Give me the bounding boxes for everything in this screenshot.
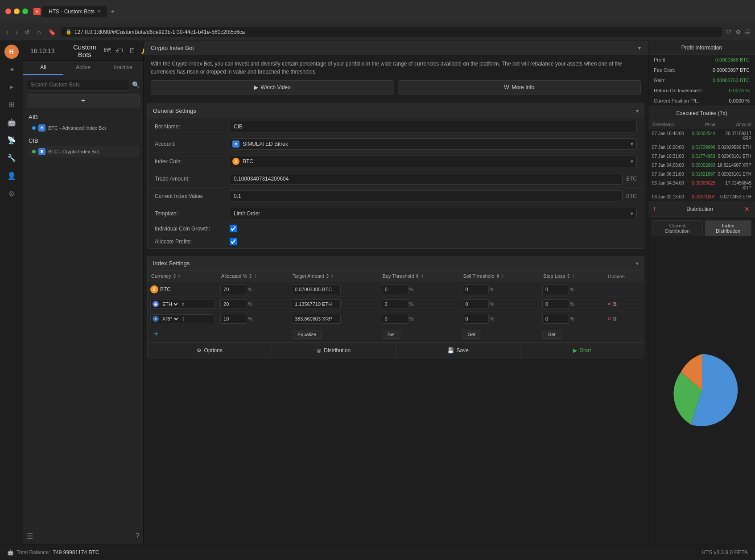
tab-close-button[interactable]: ✕ <box>97 9 101 14</box>
eth-allocated-input[interactable] <box>220 299 247 309</box>
trade-amount-input[interactable] <box>230 173 623 185</box>
distribution-button[interactable]: ◎ Distribution <box>272 343 396 358</box>
tab-active[interactable]: Active <box>63 61 103 75</box>
menu-icon[interactable]: ☰ <box>745 29 751 36</box>
set-stop-button[interactable]: Set <box>542 330 561 339</box>
save-button[interactable]: 💾 Save <box>396 343 520 358</box>
individual-coin-checkbox[interactable] <box>230 225 237 232</box>
dashboard-icon[interactable]: ⊞ <box>4 96 20 112</box>
btc-allocated-input[interactable] <box>220 284 247 294</box>
currency-cell-btc: ₿ BTC <box>148 282 218 297</box>
eth-buy-input[interactable] <box>382 299 408 309</box>
index-coin-select[interactable]: BTC <box>230 156 637 167</box>
new-tab-button[interactable]: + <box>109 8 116 16</box>
trade-price-5: 0.00005025 <box>688 181 715 190</box>
bot-group-name-aib[interactable]: AIB <box>27 112 140 122</box>
col-sell[interactable]: Sell Threshold ⇕ <box>459 271 540 282</box>
reload-button[interactable]: ↺ <box>23 28 32 37</box>
active-tab[interactable]: HTS - Custom Bots ✕ <box>42 6 107 17</box>
url-input[interactable] <box>74 29 718 35</box>
allocated-cell-btc: % <box>218 282 289 297</box>
close-distribution-button[interactable]: ✕ <box>744 206 750 213</box>
nav-back-icon[interactable]: ◂ <box>4 61 20 77</box>
eth-copy-button[interactable]: ⧉ <box>613 301 617 307</box>
eth-stop-input[interactable] <box>542 299 569 309</box>
address-bar: ‹ › ↺ ⌂ 🔖 🔒 🛡 ⚙ ☰ <box>0 23 755 41</box>
bot-item-cib[interactable]: B BTC - Crypto Index Bot <box>29 146 140 157</box>
robot-icon[interactable]: 🤖 <box>4 114 20 130</box>
watch-video-button[interactable]: ▶ Watch Video <box>151 80 394 95</box>
template-select[interactable]: Limit Order <box>230 208 637 219</box>
eth-delete-button[interactable]: ✕ <box>607 301 611 307</box>
start-button[interactable]: ▶ Start <box>520 343 644 358</box>
equalize-button[interactable]: Equalize <box>292 330 322 339</box>
xrp-allocated-input[interactable] <box>220 314 247 324</box>
btc-sell-input[interactable] <box>462 284 489 294</box>
general-settings-collapse[interactable]: ▾ <box>636 108 639 114</box>
index-settings-header: Index Settings ▾ <box>148 256 644 271</box>
search-button[interactable]: 🔍 <box>132 81 140 88</box>
bot-collapse-button[interactable]: ▾ <box>638 45 641 51</box>
col-target[interactable]: Target Amount ⇕ <box>289 271 379 282</box>
xrp-sell-input[interactable] <box>462 314 489 324</box>
extensions-icon[interactable]: ⚙ <box>735 29 741 36</box>
fullscreen-traffic-light[interactable] <box>22 8 28 14</box>
close-traffic-light[interactable] <box>5 8 11 14</box>
btc-target-input[interactable] <box>292 284 341 294</box>
signal-icon[interactable]: 📡 <box>4 132 20 148</box>
allocate-profits-checkbox[interactable] <box>230 238 237 245</box>
home-button[interactable]: ⌂ <box>35 28 42 37</box>
tab-all[interactable]: All <box>23 61 63 75</box>
col-currency[interactable]: Currency ⇕ <box>148 271 218 282</box>
set-buy-button[interactable]: Set <box>382 330 401 339</box>
forward-button[interactable]: › <box>14 28 20 37</box>
xrp-stop-input[interactable] <box>542 314 569 324</box>
search-input[interactable] <box>27 79 129 91</box>
url-bar[interactable]: 🔒 <box>61 27 722 37</box>
tab-inactive[interactable]: Inactive <box>103 61 143 75</box>
map-icon[interactable]: 🗺 <box>103 47 111 55</box>
more-info-button[interactable]: W More Info <box>398 80 641 95</box>
bookmark-button[interactable]: 🔖 <box>46 28 58 37</box>
minimize-traffic-light[interactable] <box>14 8 20 14</box>
xrp-copy-button[interactable]: ⧉ <box>613 316 617 322</box>
current-index-input[interactable] <box>230 190 623 202</box>
bot-item-aib[interactable]: B BTC - Advanced Index Bot <box>29 122 140 134</box>
options-button[interactable]: ⚙ Options <box>148 343 272 358</box>
back-button[interactable]: ‹ <box>4 28 10 37</box>
xrp-currency-select[interactable]: XRP <box>161 316 180 322</box>
bot-name-label: Bot Name: <box>155 124 226 130</box>
person-icon[interactable]: 👤 <box>4 168 20 184</box>
account-select[interactable]: SIMULATED Bitrex <box>230 138 637 150</box>
btc-coin-icon: ₿ <box>232 158 239 165</box>
xrp-buy-input[interactable] <box>382 314 408 324</box>
index-settings-collapse[interactable]: ▾ <box>636 260 639 267</box>
col-allocated[interactable]: Allocated % ⇕ <box>218 271 289 282</box>
xrp-target-input[interactable] <box>292 314 341 324</box>
add-bot-button[interactable]: + <box>27 94 140 107</box>
monitor-icon[interactable]: 🖥 <box>128 47 136 55</box>
set-sell-button[interactable]: Set <box>462 330 481 339</box>
bot-group-name-cib[interactable]: CIB <box>27 136 140 146</box>
trade-amount-suffix: BTC <box>626 176 637 182</box>
gear-icon[interactable]: ⚙ <box>4 185 20 202</box>
bot-name-input[interactable] <box>230 121 637 132</box>
btc-buy-input[interactable] <box>382 284 408 294</box>
eth-currency-select[interactable]: ETH <box>161 301 179 307</box>
tag-icon[interactable]: 🏷 <box>116 47 123 55</box>
current-distribution-tab[interactable]: Current Distribution <box>652 220 703 236</box>
add-currency-button[interactable]: + <box>150 329 162 340</box>
hamburger-icon[interactable]: ☰ <box>27 532 33 540</box>
xrp-delete-button[interactable]: ✕ <box>607 316 611 322</box>
eth-sell-input[interactable] <box>462 299 489 309</box>
col-stop[interactable]: Stop Loss ⇕ <box>540 271 604 282</box>
nav-forward-icon[interactable]: ▸ <box>4 78 20 95</box>
btc-stop-input[interactable] <box>542 284 569 294</box>
col-buy[interactable]: Buy Threshold ⇕ <box>379 271 460 282</box>
shield-icon[interactable]: 🛡 <box>726 29 732 36</box>
index-distribution-tab[interactable]: Index Distribution <box>705 220 751 236</box>
xrp-currency-select-wrap: X XRP ⇕ <box>150 314 215 323</box>
help-icon[interactable]: ? <box>136 532 140 540</box>
eth-target-input[interactable] <box>292 299 341 309</box>
wrench-icon[interactable]: 🔧 <box>4 150 20 166</box>
